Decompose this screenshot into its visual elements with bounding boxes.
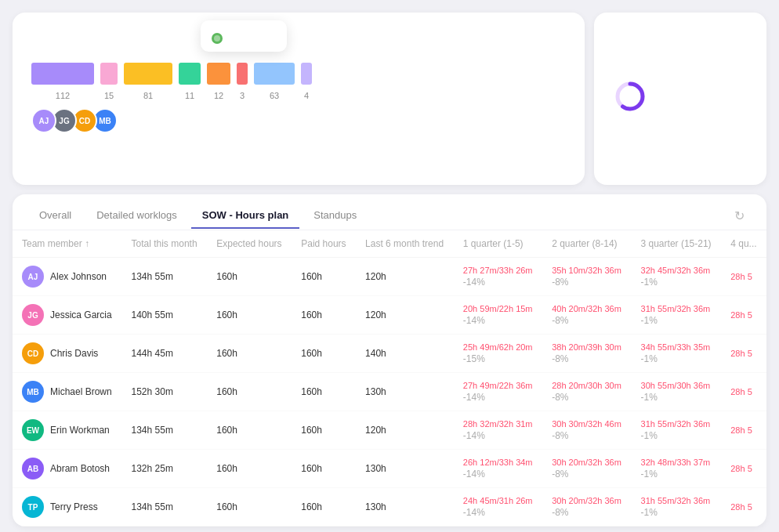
- expected-cell: 160h: [207, 296, 292, 335]
- q3-cell: 30h 55m/30h 36m -1%: [632, 373, 722, 411]
- table-header-row: Team member ↑Total this monthExpected ho…: [13, 230, 766, 258]
- table-row: JG Jessica Garcia 140h 55m160h160h120h 2…: [13, 296, 766, 335]
- q1-hours: 28h 32m/32h 31m: [463, 419, 533, 429]
- chart-bar: [124, 63, 172, 85]
- tab-overall[interactable]: Overall: [28, 203, 82, 229]
- q3-pct: -1%: [641, 277, 712, 288]
- q2-hours: 38h 20m/39h 30m: [552, 342, 621, 352]
- member-name: Abram Botosh: [50, 463, 110, 474]
- q2-hours: 30h 20m/32h 36m: [552, 496, 621, 505]
- member-name: Erin Workman: [50, 425, 110, 436]
- bar-value-label: 12: [207, 91, 230, 100]
- paid-cell: 160h: [292, 450, 356, 488]
- trend-cell: 130h: [356, 373, 454, 411]
- q1-hours: 26h 12m/33h 34m: [463, 458, 533, 467]
- trend-cell: 120h: [356, 258, 454, 296]
- q1-cell: 26h 12m/33h 34m -14%: [454, 450, 542, 488]
- trend-cell: 120h: [356, 296, 454, 335]
- tab-detailed-worklogs[interactable]: Detailed worklogs: [85, 203, 188, 229]
- bar-group: [124, 63, 172, 85]
- q1-cell: 28h 32m/32h 31m -14%: [454, 411, 542, 450]
- column-header: Team member ↑: [13, 230, 122, 258]
- q2-cell: 38h 20m/39h 30m -8%: [542, 335, 631, 373]
- avatar: MB: [22, 381, 44, 403]
- paid-cell: 160h: [292, 373, 356, 411]
- avatar: JG: [22, 304, 44, 326]
- q1-hours: 27h 49m/22h 36m: [463, 381, 533, 390]
- q4-cell: 28h 5: [721, 411, 766, 450]
- q1-pct: -14%: [463, 315, 533, 326]
- table-wrapper: Team member ↑Total this monthExpected ho…: [13, 230, 766, 527]
- q3-hours: 30h 55m/30h 36m: [641, 381, 712, 390]
- q3-hours: 34h 55m/33h 35m: [641, 342, 712, 352]
- q3-hours: 31h 55m/32h 36m: [641, 496, 712, 505]
- q2-pct: -8%: [552, 469, 621, 480]
- total-cell: 144h 45m: [122, 335, 208, 373]
- q1-cell: 27h 49m/22h 36m -14%: [454, 373, 542, 411]
- column-header: Last 6 month trend: [356, 230, 454, 258]
- q3-pct: -1%: [641, 315, 712, 326]
- bar-group: [31, 63, 94, 85]
- team-member-cell: MB Michael Brown: [13, 373, 122, 411]
- chart-bars: [31, 38, 566, 85]
- avatar: CD: [22, 342, 44, 364]
- paid-cell: 160h: [292, 258, 356, 296]
- q2-pct: -8%: [552, 392, 621, 403]
- total-cell: 152h 30m: [122, 373, 208, 411]
- total-cell: 134h 55m: [122, 411, 208, 450]
- trend-cell: 140h: [356, 335, 454, 373]
- q4-hours: 28h 5: [730, 349, 752, 358]
- q3-cell: 34h 55m/33h 35m -1%: [632, 335, 722, 373]
- q1-pct: -14%: [463, 392, 533, 403]
- q3-cell: 32h 45m/32h 36m -1%: [632, 258, 722, 296]
- q3-cell: 31h 55m/32h 36m -1%: [632, 296, 722, 335]
- q2-hours: 35h 10m/32h 36m: [552, 266, 621, 275]
- avatar: AJ: [31, 108, 56, 133]
- expected-cell: 160h: [207, 488, 292, 527]
- table-body: AJ Alex Johnson 134h 55m160h160h120h 27h…: [13, 258, 766, 527]
- info-icon[interactable]: [541, 9, 560, 28]
- column-header: Paid hours: [292, 230, 356, 258]
- tab-sow---hours-plan[interactable]: SOW - Hours plan: [191, 203, 300, 229]
- q1-pct: -14%: [463, 469, 533, 480]
- column-header: 1 quarter (1-5): [454, 230, 542, 258]
- bottom-table-card: OverallDetailed worklogsSOW - Hours plan…: [13, 194, 766, 527]
- worklogs-table: Team member ↑Total this monthExpected ho…: [13, 230, 766, 527]
- total-cell: 132h 25m: [122, 450, 208, 488]
- refresh-icon[interactable]: ↻: [728, 202, 751, 230]
- q1-cell: 20h 59m/22h 15m -14%: [454, 296, 542, 335]
- chart-bar: [301, 63, 312, 85]
- q3-pct: -1%: [641, 469, 712, 480]
- chart-bar: [31, 63, 94, 85]
- chart-bar: [179, 63, 201, 85]
- bar-value-label: 63: [254, 91, 295, 100]
- member-name: Alex Johnson: [50, 271, 107, 282]
- team-member-cell: AB Abram Botosh: [13, 450, 122, 488]
- q1-cell: 24h 45m/31h 26m -14%: [454, 488, 542, 527]
- bar-value-label: 11: [179, 91, 201, 100]
- bar-value-label: 15: [100, 91, 118, 100]
- tabs-row: OverallDetailed worklogsSOW - Hours plan…: [13, 194, 766, 230]
- team-member-cell: AJ Alex Johnson: [13, 258, 122, 296]
- q2-pct: -8%: [552, 353, 621, 364]
- avatar: AB: [22, 458, 44, 480]
- q4-cell: 28h 5: [721, 296, 766, 335]
- tab-standups[interactable]: Standups: [303, 203, 368, 229]
- q3-cell: 31h 55m/32h 36m -1%: [632, 411, 722, 450]
- q1-cell: 25h 49m/62h 20m -15%: [454, 335, 542, 373]
- q4-cell: 28h 5: [721, 258, 766, 296]
- paid-cell: 160h: [292, 488, 356, 527]
- table-row: TP Terry Press 134h 55m160h160h130h 24h …: [13, 488, 766, 527]
- bar-group: [254, 63, 295, 85]
- trend-cell: 130h: [356, 488, 454, 527]
- bar-value-label: 112: [31, 91, 94, 100]
- q2-pct: -8%: [552, 430, 621, 441]
- expand-icon[interactable]: [566, 9, 585, 28]
- q2-cell: 35h 10m/32h 36m -8%: [542, 258, 631, 296]
- q2-cell: 40h 20m/32h 36m -8%: [542, 296, 631, 335]
- column-header: 3 quarter (15-21): [632, 230, 722, 258]
- svg-point-0: [214, 35, 220, 42]
- bar-group: [100, 63, 118, 85]
- q1-hours: 20h 59m/22h 15m: [463, 304, 533, 313]
- q1-hours: 27h 27m/33h 26m: [463, 266, 533, 275]
